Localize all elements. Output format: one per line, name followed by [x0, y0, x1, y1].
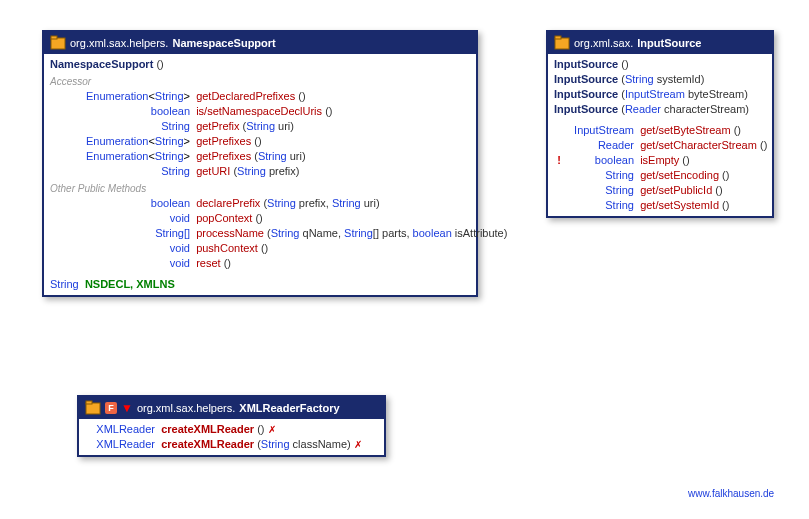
method-args: () [298, 90, 305, 102]
method-args: () [722, 169, 729, 181]
constructor-row: InputSource (Reader characterStream) [554, 102, 766, 117]
method-row: String get/setPublicId () [554, 183, 766, 198]
method-args: (String prefix, String uri) [263, 197, 379, 209]
method-name: getPrefixes [196, 135, 251, 147]
method-args: () [255, 212, 262, 224]
method-row: Enumeration<String> getPrefixes () [50, 134, 470, 149]
package-name: org.xml.sax.helpers. [137, 402, 235, 414]
method-row: void pushContext () [50, 241, 470, 256]
class-name: XMLReaderFactory [239, 402, 339, 414]
method-row: String get/setSystemId () [554, 198, 766, 213]
method-args: () [325, 105, 332, 117]
constructor-row: InputSource (InputStream byteStream) [554, 87, 766, 102]
method-row: String getURI (String prefix) [50, 164, 470, 179]
svg-rect-0 [51, 38, 65, 49]
method-row: Enumeration<String> getPrefixes (String … [50, 149, 470, 164]
class-body: InputSource ()InputSource (String system… [548, 54, 772, 216]
method-name: get/setSystemId [640, 199, 719, 211]
method-args: () [734, 124, 741, 136]
class-name: NamespaceSupport [172, 37, 275, 49]
method-row: String getPrefix (String uri) [50, 119, 470, 134]
constructor-name: NamespaceSupport [50, 58, 153, 70]
deprecated-icon: ▼ [121, 402, 133, 414]
method-args: () [254, 135, 261, 147]
method-name: getURI [196, 165, 230, 177]
constructor-row: NamespaceSupport () [50, 57, 470, 72]
package-name: org.xml.sax.helpers. [70, 37, 168, 49]
method-name: getPrefix [196, 120, 239, 132]
method-args: () [224, 257, 231, 269]
class-body: NamespaceSupport () Accessor Enumeration… [44, 54, 476, 295]
class-name: InputSource [637, 37, 701, 49]
method-name: declarePrefix [196, 197, 260, 209]
method-name: get/setEncoding [640, 169, 719, 181]
method-row: boolean is/setNamespaceDeclUris () [50, 104, 470, 119]
method-name: get/setByteStream [640, 124, 731, 136]
method-args: () [261, 242, 268, 254]
method-name: isEmpty [640, 154, 679, 166]
constructor-name: InputSource [554, 58, 618, 70]
method-name: createXMLReader [161, 423, 254, 435]
package-icon [50, 35, 66, 51]
method-args: (String prefix) [233, 165, 299, 177]
class-header: org.xml.sax.InputSource [548, 32, 772, 54]
constructor-row: InputSource () [554, 57, 766, 72]
method-row: Reader get/setCharacterStream () [554, 138, 766, 153]
method-args: (String uri) [254, 150, 305, 162]
field-names: NSDECL, XMLNS [85, 278, 175, 290]
section-accessor: Accessor [50, 76, 470, 87]
method-row: InputStream get/setByteStream () [554, 123, 766, 138]
method-args: (String qName, String[] parts, boolean i… [267, 227, 507, 239]
method-row: String get/setEncoding () [554, 168, 766, 183]
method-args: () [715, 184, 722, 196]
constructor-args: (String systemId) [621, 73, 704, 85]
method-name: getDeclaredPrefixes [196, 90, 295, 102]
deprecated-marker: ✗ [268, 424, 276, 435]
method-args: (String className) [257, 438, 351, 450]
method-name: get/setCharacterStream [640, 139, 757, 151]
method-name: getPrefixes [196, 150, 251, 162]
package-icon [85, 400, 101, 416]
method-row: XMLReader createXMLReader (String classN… [85, 437, 378, 452]
constructor-row: InputSource (String systemId) [554, 72, 766, 87]
final-badge: F [105, 402, 117, 414]
svg-rect-4 [86, 403, 100, 414]
class-box-xml-reader-factory: F ▼ org.xml.sax.helpers.XMLReaderFactory… [77, 395, 386, 457]
method-name: popContext [196, 212, 252, 224]
section-other: Other Public Methods [50, 183, 470, 194]
method-args: () [722, 199, 729, 211]
method-name: reset [196, 257, 220, 269]
constructor-name: InputSource [554, 88, 618, 100]
method-row: !boolean isEmpty () [554, 153, 766, 168]
class-body: XMLReader createXMLReader () ✗XMLReader … [79, 419, 384, 455]
method-row: void popContext () [50, 211, 470, 226]
field-row: String NSDECL, XMLNS [50, 277, 470, 292]
method-row: String[] processName (String qName, Stri… [50, 226, 470, 241]
svg-rect-2 [555, 38, 569, 49]
class-box-input-source: org.xml.sax.InputSource InputSource ()In… [546, 30, 774, 218]
svg-rect-5 [86, 401, 92, 404]
method-row: XMLReader createXMLReader () ✗ [85, 422, 378, 437]
method-row: Enumeration<String> getDeclaredPrefixes … [50, 89, 470, 104]
method-args: () [682, 154, 689, 166]
constructor-args: (InputStream byteStream) [621, 88, 748, 100]
method-name: pushContext [196, 242, 258, 254]
class-header: F ▼ org.xml.sax.helpers.XMLReaderFactory [79, 397, 384, 419]
class-header: org.xml.sax.helpers.NamespaceSupport [44, 32, 476, 54]
footer-link[interactable]: www.falkhausen.de [688, 488, 774, 499]
field-type: String [50, 278, 79, 290]
constructor-name: InputSource [554, 103, 618, 115]
method-row: void reset () [50, 256, 470, 271]
method-name: createXMLReader [161, 438, 254, 450]
method-name: processName [196, 227, 264, 239]
svg-rect-3 [555, 36, 561, 39]
method-mark: ! [554, 153, 564, 168]
method-row: boolean declarePrefix (String prefix, St… [50, 196, 470, 211]
class-box-namespace-support: org.xml.sax.helpers.NamespaceSupport Nam… [42, 30, 478, 297]
method-args: (String uri) [243, 120, 294, 132]
constructor-args: () [156, 58, 163, 70]
method-args: () [257, 423, 264, 435]
method-name: is/setNamespaceDeclUris [196, 105, 322, 117]
package-name: org.xml.sax. [574, 37, 633, 49]
deprecated-marker: ✗ [354, 439, 362, 450]
